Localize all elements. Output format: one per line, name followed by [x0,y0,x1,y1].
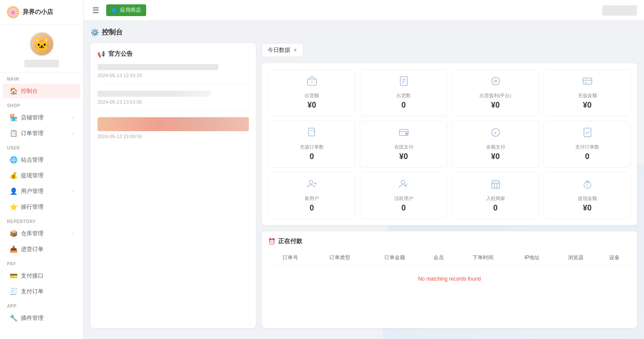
stat-card-withdraw-amount: ¥ 提现金额 ¥0 [543,172,631,219]
stat-label: 支付订单数 [575,144,599,150]
sidebar-item-label: 提现管理 [21,172,44,180]
sidebar-item-label: 支付接口 [21,272,44,280]
announcement-date: 2024-05-13 12:43:19 [97,73,249,78]
sidebar-item-label: 进货订单 [21,245,44,253]
svg-point-16 [406,133,407,135]
stat-label: 出货数 [396,92,411,99]
purchase-icon: 📥 [10,245,17,253]
top-bar: ☰ 🔷 应用商店 [84,0,644,21]
svg-rect-19 [584,128,591,137]
sidebar-item-purchase-order[interactable]: 📥 进货订单 [3,242,80,257]
sidebar-item-pay-order[interactable]: 🧾 支付订单 [3,284,80,299]
app-store-button[interactable]: 🔷 应用商店 [106,4,146,16]
plugin-icon: 🔧 [10,314,17,322]
check-doc-icon [582,127,593,140]
stat-card-shipment-count: 出货数 0 [360,69,447,116]
sidebar-item-label: 控制台 [21,87,38,95]
stat-label: 提现金额 [578,195,597,202]
announcement-item: 2024-05-13 13:53:06 [97,91,249,111]
stat-value: ¥0 [583,203,591,213]
stat-label: 活跃用户 [394,195,413,202]
chevron-down-icon: ▼ [293,47,298,53]
section-label-user: USER [0,141,83,152]
stat-card-recharge-orders: 充值订单数 0 [268,121,356,168]
sidebar-item-dashboard[interactable]: 🏠 控制台 [3,84,80,98]
warehouse-icon: 📦 [10,230,17,237]
stat-label: 出货额 [305,92,319,99]
svg-point-23 [401,180,405,184]
svg-text:¥: ¥ [586,184,588,187]
sidebar-item-user-manage[interactable]: 👤 用户管理 › [3,184,80,199]
sidebar: 🌸 异界の小店 🐱 MAIN 🏠 控制台 SHOP 🏪 店铺管理 › 📋 订单管… [0,0,84,339]
balance-icon: ¥ [490,127,501,140]
stat-card-shipment-amount: 出货额 ¥0 [268,69,356,116]
stat-card-balance-payment: ¥ 余额支付 ¥0 [452,121,539,168]
sidebar-item-plugin-manage[interactable]: 🔧 插件管理 [3,311,80,325]
pay-interface-icon: 💳 [10,272,17,280]
sidebar-item-order-manage[interactable]: 📋 订单管理 › [3,126,80,141]
col-order-number: 订单号 [268,251,312,265]
recharge-doc-icon [307,127,317,140]
announcements-panel: 📢 官方公告 2024-05-13 12:43:19 2024-05-13 13… [91,43,256,328]
stat-value: ¥0 [307,101,316,110]
top-bar-left: ☰ 🔷 应用商店 [91,4,146,17]
sidebar-item-label: 插件管理 [21,314,44,322]
payment-icon [399,127,409,140]
chevron-icon: › [72,231,74,236]
stat-value: 0 [401,203,406,213]
app-store-icon: 🔷 [111,7,118,14]
section-label-main: MAIN [0,72,83,83]
announcement-date: 2024-05-13 15:09:59 [97,134,249,139]
announcement-item: 2024-05-13 15:09:59 [97,117,249,145]
page-header: ⚙️ 控制台 [91,28,637,37]
menu-toggle-button[interactable]: ☰ [91,4,101,17]
date-selector[interactable]: 今日数据 ▼ [262,43,303,57]
app-store-label: 应用商店 [120,7,141,14]
stats-header: 今日数据 ▼ [262,43,637,57]
sidebar-item-credit-manage[interactable]: ⭐ 操行管理 [3,200,80,214]
order-icon: 📋 [10,129,17,137]
stat-card-active-users: 活跃用户 0 [360,172,447,219]
col-order-amount: 订单金额 [367,251,423,265]
no-records-text: No matching records found [271,269,628,289]
page-title: 控制台 [102,28,123,37]
coin-icon [490,76,501,89]
sidebar-item-label: 站点管理 [21,156,44,164]
stat-card-shipment-profit: 出货盈利(平台) ¥0 [452,69,539,116]
dashboard-grid: 📢 官方公告 2024-05-13 12:43:19 2024-05-13 13… [91,43,637,328]
stat-value: 0 [309,152,314,161]
announcements-panel-title: 📢 官方公告 [97,50,249,58]
pay-order-icon: 🧾 [10,288,17,295]
username-bar [24,60,59,68]
user-check-icon [399,179,409,192]
avatar: 🐱 [30,32,54,56]
stat-value: ¥0 [583,101,591,110]
section-label-app: APP [0,299,83,310]
svg-point-6 [492,77,500,85]
sidebar-item-withdraw-manage[interactable]: 💰 提现管理 [3,168,80,183]
app-name: 异界の小店 [23,8,53,16]
main-content: ☰ 🔷 应用商店 ⚙️ 控制台 📢 官方公告 [84,0,644,339]
withdraw-icon: 💰 [10,172,17,180]
announcement-content-placeholder [97,91,211,97]
sidebar-item-pay-interface[interactable]: 💳 支付接口 [3,268,80,283]
page-content: ⚙️ 控制台 📢 官方公告 2024-05-13 12:43:19 2 [84,21,644,339]
sidebar-item-label: 用户管理 [21,187,44,195]
stats-panel: 今日数据 ▼ 出货额 ¥0 [262,43,637,328]
store-icon: 🏪 [10,114,17,122]
section-label-repertory: REPERTORY [0,215,83,226]
chevron-icon: › [72,131,74,136]
sidebar-item-warehouse-manage[interactable]: 📦 仓库管理 › [3,226,80,241]
section-label-pay: PAY [0,257,83,268]
stats-cards-container: 出货额 ¥0 出货数 0 [262,63,637,225]
app-logo: 🌸 异界の小店 [0,0,83,25]
stats-grid: 出货额 ¥0 出货数 0 [268,69,631,219]
section-label-shop: SHOP [0,99,83,110]
stat-label: 出货盈利(平台) [480,92,511,99]
stat-value: 0 [585,152,589,161]
announcement-date: 2024-05-13 13:53:06 [97,99,249,105]
payment-title-icon: ⏰ [268,238,275,245]
sidebar-item-site-manage[interactable]: 🌐 站点管理 [3,153,80,167]
date-selector-label: 今日数据 [268,46,290,54]
sidebar-item-store-manage[interactable]: 🏪 店铺管理 › [3,110,80,125]
